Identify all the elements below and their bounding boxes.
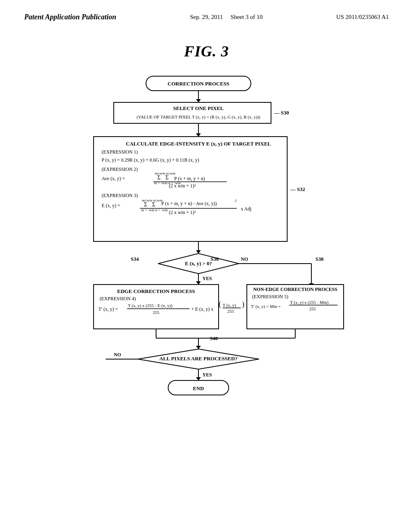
svg-text:SELECT ONE PIXEL: SELECT ONE PIXEL (173, 105, 224, 111)
svg-text:(EXPRESSION 3): (EXPRESSION 3) (102, 193, 138, 198)
svg-text:+ E (x, y) x: + E (x, y) x (191, 306, 213, 312)
svg-text:NON-EDGE CORRECTION PROCESS: NON-EDGE CORRECTION PROCESS (253, 287, 338, 292)
svg-text:(EXPRESSION 1): (EXPRESSION 1) (102, 149, 138, 155)
svg-text:(EXPRESSION 5): (EXPRESSION 5) (252, 294, 288, 299)
svg-marker-2 (196, 99, 201, 102)
step-s38-label: S38 (315, 256, 324, 262)
figure-title: FIG. 3 (0, 42, 413, 60)
svg-text:2: 2 (235, 199, 237, 203)
step-s40-label: S40 (210, 335, 218, 341)
svg-text:E (x, y) =: E (x, y) = (102, 203, 120, 208)
step-s36-label: S36 (211, 256, 219, 262)
svg-marker-7 (196, 133, 201, 137)
header: Patent Application Publication Sep. 29, … (0, 0, 413, 26)
svg-text:(2 x win + 1)²: (2 x win + 1)² (169, 210, 196, 215)
svg-text:Ave (x, y) =: Ave (x, y) = (102, 176, 125, 181)
svg-text:): ) (242, 300, 244, 309)
svg-text:P (x, y) = 0.29R (x, y) + 0.6G: P (x, y) = 0.29R (x, y) + 0.6G (x, y) + … (102, 157, 199, 163)
step-s34-label: S34 (131, 256, 139, 262)
svg-text:ALL PIXELS ARE PROCESSED?: ALL PIXELS ARE PROCESSED? (159, 355, 238, 362)
svg-marker-37 (196, 281, 201, 285)
svg-text:x Adj: x Adj (241, 206, 251, 212)
svg-text:255: 255 (153, 310, 160, 315)
svg-text:255: 255 (309, 306, 316, 311)
svg-text:T' (x, y) = Min +: T' (x, y) = Min + (251, 304, 281, 309)
svg-text:NO: NO (241, 256, 248, 262)
svg-text:(: ( (219, 300, 221, 309)
svg-text:P (x + m, y + n) - Ave (x, y)): P (x + m, y + n) - Ave (x, y)) (161, 201, 217, 206)
svg-text:(2 x win + 1)²: (2 x win + 1)² (169, 183, 196, 189)
svg-text:Σ: Σ (144, 202, 147, 208)
step-s30-label: — S30 (274, 110, 289, 116)
svg-text:CALCULATE EDGE-INTENSITY E (x,: CALCULATE EDGE-INTENSITY E (x, y) OF TAR… (126, 141, 271, 147)
flowchart-diagram: CORRECTION PROCESS SELECT ONE PIXEL (VAL… (53, 72, 360, 435)
svg-text:(EXPRESSION 4): (EXPRESSION 4) (100, 296, 136, 301)
svg-text:Σ: Σ (152, 202, 155, 208)
svg-text:T (x, y) x (255 - Min): T (x, y) x (255 - Min) (290, 300, 329, 305)
svg-text:NO: NO (114, 352, 121, 357)
svg-text:T' (x, y) =: T' (x, y) = (98, 306, 118, 312)
svg-text:255: 255 (227, 309, 234, 314)
svg-text:T (x, y): T (x, y) (223, 303, 236, 308)
svg-text:Σ: Σ (157, 175, 161, 181)
page: Patent Application Publication Sep. 29, … (0, 0, 413, 532)
svg-text:(EXPRESSION 2): (EXPRESSION 2) (102, 166, 138, 172)
svg-text:Σ: Σ (165, 175, 169, 181)
svg-text:EDGE CORRECTION PROCESS: EDGE CORRECTION PROCESS (117, 288, 195, 294)
patent-number: US 2011/0235063 A1 (336, 14, 389, 21)
svg-text:END: END (193, 385, 204, 391)
svg-text:YES: YES (202, 372, 212, 378)
svg-text:P (x + m, y + n): P (x + m, y + n) (174, 176, 205, 181)
svg-text:T (x, y) x (255 - E (x, y)): T (x, y) x (255 - E (x, y)) (128, 303, 173, 308)
svg-marker-69 (196, 346, 201, 349)
svg-text:E (x, y) > 0?: E (x, y) > 0? (185, 260, 212, 266)
step-s32-label: — S32 (290, 186, 305, 192)
svg-text:YES: YES (202, 276, 212, 281)
publication-title: Patent Application Publication (24, 12, 116, 22)
svg-marker-33 (196, 250, 201, 254)
svg-marker-73 (196, 377, 201, 380)
publication-date: Sep. 29, 2011 Sheet 3 of 10 (190, 14, 263, 21)
start-box-label: CORRECTION PROCESS (168, 81, 229, 87)
svg-text:(VALUE OF TARGET PIXEL T (x, y: (VALUE OF TARGET PIXEL T (x, y) = (R (x,… (137, 114, 261, 120)
